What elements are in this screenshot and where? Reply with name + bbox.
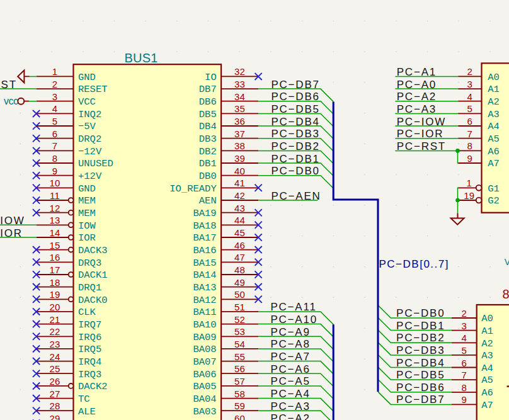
svg-text:18: 18 [49,277,60,288]
svg-text:PC−DB4: PC−DB4 [396,357,445,369]
svg-text:A5: A5 [488,133,500,145]
svg-text:DRQ3: DRQ3 [78,258,101,269]
svg-text:A3: A3 [481,350,493,361]
svg-text:2: 2 [462,308,467,319]
svg-text:DACK3: DACK3 [78,245,108,256]
svg-text:A1: A1 [488,84,500,95]
svg-text:8: 8 [462,382,467,393]
svg-text:23: 23 [49,339,60,349]
svg-text:12: 12 [49,203,60,213]
svg-text:BA12: BA12 [193,295,216,306]
svg-text:PC−DB6: PC−DB6 [396,382,445,394]
svg-text:MEM: MEM [78,208,96,219]
svg-text:PC−A4: PC−A4 [270,388,310,400]
svg-text:DRQ1: DRQ1 [78,282,101,293]
svg-text:RESET: RESET [78,84,108,95]
svg-text:6: 6 [462,358,467,368]
svg-text:PC−DB2: PC−DB2 [396,332,445,344]
svg-text:5: 5 [467,103,473,114]
svg-text:40: 40 [234,166,245,176]
svg-text:41: 41 [234,178,245,188]
svg-text:47: 47 [234,252,245,263]
svg-text:15: 15 [49,240,60,251]
svg-text:60: 60 [234,413,245,420]
svg-text:A5: A5 [481,375,493,386]
svg-text:PC−A11: PC−A11 [270,301,316,313]
svg-text:IRQ5: IRQ5 [78,344,101,355]
svg-text:DB5: DB5 [199,109,217,120]
svg-text:A2: A2 [481,338,493,349]
svg-text:BA16: BA16 [193,245,216,256]
svg-text:4: 4 [462,332,467,343]
svg-text:7: 7 [52,140,58,151]
svg-text:vcc: vcc [4,96,18,106]
svg-text:BA09: BA09 [193,332,216,343]
svg-text:A2: A2 [488,96,500,108]
svg-text:PC−DB1: PC−DB1 [271,153,319,165]
svg-text:DB2: DB2 [199,146,217,157]
svg-text:2: 2 [52,79,58,89]
svg-text:DACK0: DACK0 [78,295,108,306]
svg-text:VCC: VCC [78,96,96,108]
svg-text:PC−DB4: PC−DB4 [271,116,319,128]
svg-text:GND: GND [78,183,96,195]
svg-text:PC−DB[0..7]: PC−DB[0..7] [379,258,449,270]
svg-text:5: 5 [52,116,58,127]
svg-text:A3: A3 [488,109,500,120]
svg-text:8: 8 [503,287,509,301]
svg-text:DACK2: DACK2 [78,381,108,392]
svg-text:7: 7 [462,370,467,380]
svg-text:DB0: DB0 [199,171,217,182]
svg-text:IOR: IOR [78,232,96,244]
svg-text:IRQ4: IRQ4 [78,356,101,368]
svg-text:4: 4 [467,91,473,102]
svg-text:PC−DB7: PC−DB7 [396,394,445,406]
svg-text:19: 19 [464,190,474,201]
svg-text:45: 45 [234,227,245,238]
svg-text:PC−RST: PC−RST [397,140,446,152]
svg-text:3: 3 [52,91,58,102]
svg-text:INQ2: INQ2 [78,109,101,120]
svg-text:49: 49 [234,277,245,288]
svg-text:8: 8 [467,140,473,151]
svg-text:DB3: DB3 [199,133,217,145]
svg-text:PC−A2: PC−A2 [397,91,437,103]
svg-text:−5V: −5V [78,121,96,132]
svg-text:9: 9 [52,166,58,176]
svg-text:9: 9 [462,394,467,405]
svg-text:59: 59 [234,400,245,411]
svg-text:BA14: BA14 [193,270,216,281]
svg-text:PC−A6: PC−A6 [270,363,310,375]
svg-text:6: 6 [52,128,58,139]
svg-text:PC−DB6: PC−DB6 [271,91,319,103]
svg-text:DB7: DB7 [199,84,217,95]
svg-text:39: 39 [234,153,245,164]
svg-text:46: 46 [234,240,245,251]
svg-text:7: 7 [467,128,473,139]
svg-text:52: 52 [234,314,245,325]
svg-text:22: 22 [49,326,60,337]
svg-text:4: 4 [52,103,58,114]
svg-text:PC−IOW: PC−IOW [397,116,446,128]
svg-text:56: 56 [234,363,245,374]
svg-text:10: 10 [49,178,60,188]
svg-text:BA03: BA03 [193,406,216,417]
svg-text:38: 38 [234,140,245,151]
svg-text:DRQ2: DRQ2 [78,133,101,145]
svg-text:IOW: IOW [0,215,25,227]
svg-text:42: 42 [234,190,245,201]
svg-text:A0: A0 [488,72,500,83]
svg-text:MEM: MEM [78,195,96,207]
svg-text:35: 35 [234,103,245,114]
svg-text:3: 3 [467,79,473,89]
svg-text:25: 25 [49,363,60,374]
svg-text:CLK: CLK [78,307,96,318]
svg-text:A7: A7 [481,400,493,411]
svg-text:BA17: BA17 [193,232,216,244]
svg-text:DB4: DB4 [199,121,217,132]
svg-text:14: 14 [49,227,60,238]
svg-text:BA06: BA06 [193,369,216,380]
svg-text:IRQ3: IRQ3 [78,369,101,380]
svg-text:PC−A10: PC−A10 [270,314,317,326]
svg-text:32: 32 [234,66,245,77]
